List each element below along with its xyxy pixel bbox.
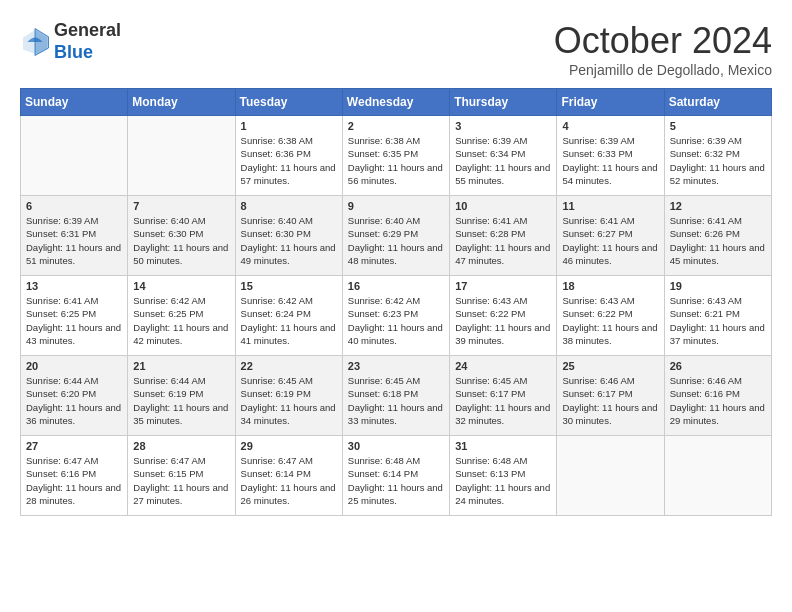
day-info: Sunrise: 6:41 AMSunset: 6:27 PMDaylight:… [562, 214, 658, 267]
day-number: 31 [455, 440, 551, 452]
sunrise: Sunrise: 6:39 AM [455, 135, 527, 146]
day-number: 26 [670, 360, 766, 372]
day-header-friday: Friday [557, 89, 664, 116]
sunrise: Sunrise: 6:44 AM [26, 375, 98, 386]
calendar-cell [557, 436, 664, 516]
calendar-cell [128, 116, 235, 196]
day-number: 5 [670, 120, 766, 132]
sunrise: Sunrise: 6:38 AM [348, 135, 420, 146]
calendar-cell: 11Sunrise: 6:41 AMSunset: 6:27 PMDayligh… [557, 196, 664, 276]
day-info: Sunrise: 6:45 AMSunset: 6:18 PMDaylight:… [348, 374, 444, 427]
daylight: Daylight: 11 hours and 49 minutes. [241, 242, 336, 266]
daylight: Daylight: 11 hours and 40 minutes. [348, 322, 443, 346]
week-row-3: 13Sunrise: 6:41 AMSunset: 6:25 PMDayligh… [21, 276, 772, 356]
day-info: Sunrise: 6:47 AMSunset: 6:14 PMDaylight:… [241, 454, 337, 507]
day-info: Sunrise: 6:48 AMSunset: 6:13 PMDaylight:… [455, 454, 551, 507]
location: Penjamillo de Degollado, Mexico [554, 62, 772, 78]
calendar-cell: 28Sunrise: 6:47 AMSunset: 6:15 PMDayligh… [128, 436, 235, 516]
day-info: Sunrise: 6:41 AMSunset: 6:28 PMDaylight:… [455, 214, 551, 267]
day-info: Sunrise: 6:43 AMSunset: 6:21 PMDaylight:… [670, 294, 766, 347]
daylight: Daylight: 11 hours and 47 minutes. [455, 242, 550, 266]
daylight: Daylight: 11 hours and 56 minutes. [348, 162, 443, 186]
day-header-monday: Monday [128, 89, 235, 116]
sunrise: Sunrise: 6:40 AM [241, 215, 313, 226]
sunset: Sunset: 6:19 PM [241, 388, 311, 399]
sunrise: Sunrise: 6:48 AM [455, 455, 527, 466]
sunset: Sunset: 6:36 PM [241, 148, 311, 159]
sunrise: Sunrise: 6:45 AM [455, 375, 527, 386]
day-info: Sunrise: 6:46 AMSunset: 6:16 PMDaylight:… [670, 374, 766, 427]
calendar-cell: 15Sunrise: 6:42 AMSunset: 6:24 PMDayligh… [235, 276, 342, 356]
sunrise: Sunrise: 6:43 AM [670, 295, 742, 306]
calendar-cell: 2Sunrise: 6:38 AMSunset: 6:35 PMDaylight… [342, 116, 449, 196]
day-number: 18 [562, 280, 658, 292]
sunset: Sunset: 6:25 PM [26, 308, 96, 319]
sunset: Sunset: 6:25 PM [133, 308, 203, 319]
day-number: 22 [241, 360, 337, 372]
calendar-cell: 5Sunrise: 6:39 AMSunset: 6:32 PMDaylight… [664, 116, 771, 196]
calendar-table: SundayMondayTuesdayWednesdayThursdayFrid… [20, 88, 772, 516]
sunrise: Sunrise: 6:41 AM [455, 215, 527, 226]
sunrise: Sunrise: 6:43 AM [455, 295, 527, 306]
day-info: Sunrise: 6:46 AMSunset: 6:17 PMDaylight:… [562, 374, 658, 427]
day-header-tuesday: Tuesday [235, 89, 342, 116]
sunrise: Sunrise: 6:40 AM [348, 215, 420, 226]
sunset: Sunset: 6:33 PM [562, 148, 632, 159]
day-number: 24 [455, 360, 551, 372]
day-number: 17 [455, 280, 551, 292]
daylight: Daylight: 11 hours and 27 minutes. [133, 482, 228, 506]
month-title: October 2024 [554, 20, 772, 62]
day-info: Sunrise: 6:42 AMSunset: 6:25 PMDaylight:… [133, 294, 229, 347]
sunrise: Sunrise: 6:38 AM [241, 135, 313, 146]
daylight: Daylight: 11 hours and 25 minutes. [348, 482, 443, 506]
daylight: Daylight: 11 hours and 26 minutes. [241, 482, 336, 506]
day-number: 19 [670, 280, 766, 292]
sunrise: Sunrise: 6:40 AM [133, 215, 205, 226]
sunset: Sunset: 6:34 PM [455, 148, 525, 159]
day-info: Sunrise: 6:38 AMSunset: 6:36 PMDaylight:… [241, 134, 337, 187]
daylight: Daylight: 11 hours and 39 minutes. [455, 322, 550, 346]
daylight: Daylight: 11 hours and 30 minutes. [562, 402, 657, 426]
day-info: Sunrise: 6:43 AMSunset: 6:22 PMDaylight:… [455, 294, 551, 347]
sunset: Sunset: 6:21 PM [670, 308, 740, 319]
daylight: Daylight: 11 hours and 51 minutes. [26, 242, 121, 266]
daylight: Daylight: 11 hours and 28 minutes. [26, 482, 121, 506]
sunset: Sunset: 6:22 PM [455, 308, 525, 319]
week-row-5: 27Sunrise: 6:47 AMSunset: 6:16 PMDayligh… [21, 436, 772, 516]
day-info: Sunrise: 6:44 AMSunset: 6:20 PMDaylight:… [26, 374, 122, 427]
calendar-cell: 26Sunrise: 6:46 AMSunset: 6:16 PMDayligh… [664, 356, 771, 436]
day-info: Sunrise: 6:39 AMSunset: 6:31 PMDaylight:… [26, 214, 122, 267]
sunrise: Sunrise: 6:45 AM [348, 375, 420, 386]
day-number: 27 [26, 440, 122, 452]
day-number: 7 [133, 200, 229, 212]
day-number: 13 [26, 280, 122, 292]
calendar-cell [664, 436, 771, 516]
sunrise: Sunrise: 6:46 AM [670, 375, 742, 386]
sunset: Sunset: 6:26 PM [670, 228, 740, 239]
sunset: Sunset: 6:15 PM [133, 468, 203, 479]
page-header: General Blue October 2024 Penjamillo de … [20, 20, 772, 78]
sunrise: Sunrise: 6:47 AM [133, 455, 205, 466]
calendar-cell: 30Sunrise: 6:48 AMSunset: 6:14 PMDayligh… [342, 436, 449, 516]
day-info: Sunrise: 6:45 AMSunset: 6:19 PMDaylight:… [241, 374, 337, 427]
sunset: Sunset: 6:30 PM [241, 228, 311, 239]
calendar-cell: 19Sunrise: 6:43 AMSunset: 6:21 PMDayligh… [664, 276, 771, 356]
logo-icon [20, 27, 50, 57]
calendar-cell: 3Sunrise: 6:39 AMSunset: 6:34 PMDaylight… [450, 116, 557, 196]
daylight: Daylight: 11 hours and 54 minutes. [562, 162, 657, 186]
daylight: Daylight: 11 hours and 57 minutes. [241, 162, 336, 186]
calendar-cell [21, 116, 128, 196]
sunrise: Sunrise: 6:41 AM [562, 215, 634, 226]
day-number: 4 [562, 120, 658, 132]
sunrise: Sunrise: 6:41 AM [26, 295, 98, 306]
calendar-cell: 23Sunrise: 6:45 AMSunset: 6:18 PMDayligh… [342, 356, 449, 436]
calendar-cell: 24Sunrise: 6:45 AMSunset: 6:17 PMDayligh… [450, 356, 557, 436]
day-number: 8 [241, 200, 337, 212]
day-info: Sunrise: 6:39 AMSunset: 6:33 PMDaylight:… [562, 134, 658, 187]
sunrise: Sunrise: 6:42 AM [133, 295, 205, 306]
calendar-cell: 20Sunrise: 6:44 AMSunset: 6:20 PMDayligh… [21, 356, 128, 436]
sunset: Sunset: 6:23 PM [348, 308, 418, 319]
day-number: 10 [455, 200, 551, 212]
day-number: 15 [241, 280, 337, 292]
title-block: October 2024 Penjamillo de Degollado, Me… [554, 20, 772, 78]
